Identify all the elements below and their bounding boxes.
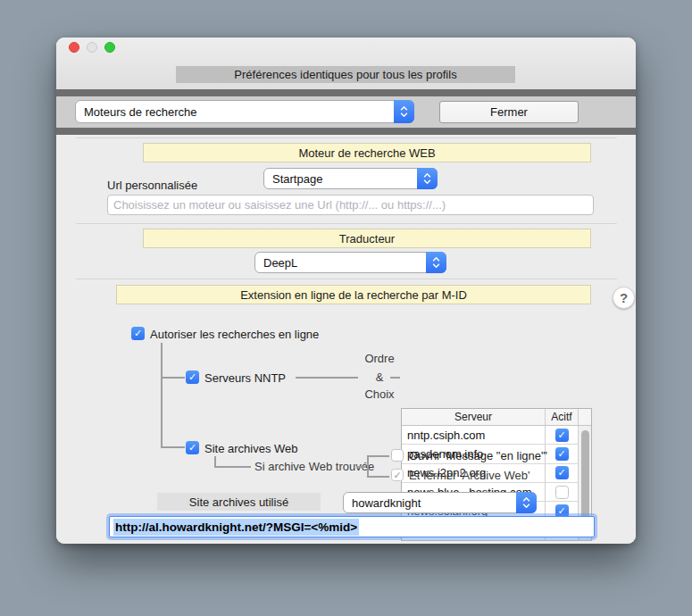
tree-connector bbox=[367, 455, 369, 477]
select-stepper-icon bbox=[417, 168, 438, 189]
archive-site-select[interactable]: howardknight bbox=[343, 492, 537, 513]
server-table-header: Serveur Acitf bbox=[402, 409, 591, 426]
order-line-1: Ordre bbox=[351, 352, 408, 365]
table-row[interactable]: nntp.csiph.com bbox=[402, 426, 591, 445]
column-header-active: Acitf bbox=[546, 409, 579, 425]
tree-connector bbox=[367, 455, 389, 457]
translator-value: DeepL bbox=[263, 256, 297, 270]
preference-category-value: Moteurs de recherche bbox=[84, 105, 196, 119]
tree-connector bbox=[296, 377, 358, 379]
select-stepper-icon bbox=[516, 492, 537, 513]
allow-online-label: Autoriser les recherches en ligne bbox=[150, 328, 319, 341]
select-stepper-icon bbox=[426, 252, 446, 273]
tree-connector bbox=[356, 466, 366, 468]
separator-bar-top bbox=[56, 89, 636, 96]
window-header-label: Préférences identiques pour tous les pro… bbox=[176, 66, 515, 83]
web-engine-select[interactable]: Startpage bbox=[263, 168, 438, 189]
allow-online-checkbox[interactable] bbox=[131, 327, 145, 340]
tree-connector bbox=[161, 446, 185, 448]
help-button[interactable]: ? bbox=[613, 287, 635, 309]
open-message-label: Ouvrir 'Message "en ligne"' bbox=[409, 449, 547, 462]
web-engine-section-title: Moteur de recherche WEB bbox=[143, 143, 591, 162]
mid-search-section-title: Extension en ligne de la recherche par M… bbox=[116, 285, 591, 304]
custom-url-input[interactable] bbox=[107, 195, 594, 215]
archive-site-value: howardknight bbox=[352, 496, 421, 510]
tree-connector bbox=[390, 377, 400, 379]
tree-connector bbox=[367, 476, 389, 478]
nntp-servers-label: Serveurs NNTP bbox=[204, 371, 286, 385]
title-bar: Préférences identiques pour tous les pro… bbox=[56, 37, 636, 89]
nntp-servers-checkbox[interactable] bbox=[186, 370, 199, 384]
active-checkbox[interactable] bbox=[555, 486, 569, 499]
archive-url-input[interactable]: http://al.howardknight.net/?MSGI=<%mid> bbox=[109, 516, 595, 537]
tree-connector bbox=[214, 466, 251, 468]
close-button[interactable]: Fermer bbox=[439, 101, 579, 123]
close-archive-label: Et fermer 'Archive Web' bbox=[409, 469, 529, 482]
separator-bar-bottom bbox=[56, 128, 636, 135]
translator-section-title: Traducteur bbox=[143, 229, 591, 248]
column-header-server: Serveur bbox=[402, 409, 546, 425]
select-stepper-icon bbox=[394, 100, 414, 123]
scrollbar-thumb[interactable] bbox=[581, 430, 589, 520]
zoom-window-button[interactable] bbox=[104, 42, 115, 53]
content-area: Moteur de recherche WEB Url personnalisé… bbox=[56, 135, 636, 544]
section-divider bbox=[76, 137, 617, 139]
order-line-3: Choix bbox=[351, 387, 408, 401]
custom-url-label: Url personnalisée bbox=[107, 179, 197, 192]
minimize-window-button[interactable] bbox=[87, 42, 97, 53]
server-cell: nntp.csiph.com bbox=[402, 426, 546, 444]
tree-connector bbox=[161, 343, 163, 447]
active-checkbox[interactable] bbox=[555, 466, 569, 479]
tree-connector bbox=[161, 377, 185, 379]
web-engine-value: Startpage bbox=[272, 172, 322, 186]
archive-site-box-label: Site archives utilisé bbox=[157, 493, 321, 511]
translator-select[interactable]: DeepL bbox=[254, 252, 446, 273]
site-archives-checkbox[interactable] bbox=[186, 441, 199, 454]
preferences-window: Préférences identiques pour tous les pro… bbox=[56, 37, 636, 544]
preference-category-select[interactable]: Moteurs de recherche bbox=[75, 100, 414, 123]
open-message-checkbox[interactable] bbox=[391, 449, 404, 462]
site-archives-label: Site archives Web bbox=[204, 442, 298, 455]
section-divider bbox=[76, 279, 617, 280]
close-window-button[interactable] bbox=[69, 42, 79, 53]
active-checkbox[interactable] bbox=[555, 429, 569, 442]
archive-url-selected-text: http://al.howardknight.net/?MSGI=<%mid> bbox=[113, 519, 359, 536]
section-divider bbox=[76, 223, 617, 225]
close-archive-checkbox[interactable] bbox=[391, 469, 404, 481]
active-checkbox[interactable] bbox=[555, 447, 569, 461]
